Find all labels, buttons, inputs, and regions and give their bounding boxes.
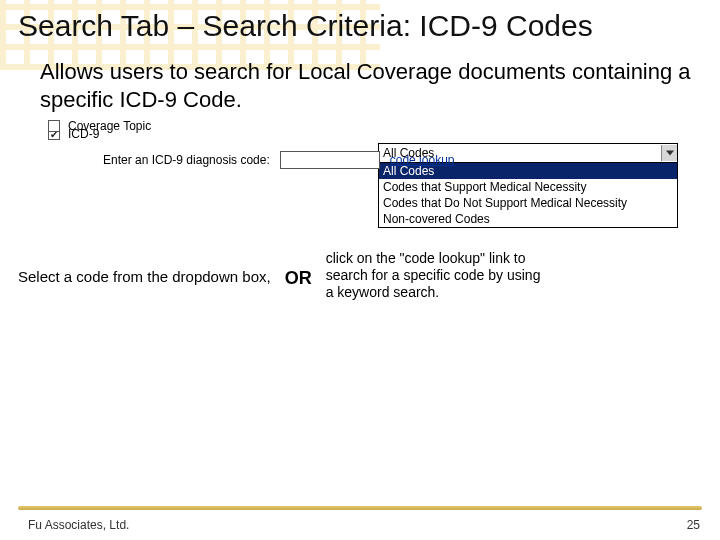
slide: Search Tab – Search Criteria: ICD-9 Code… <box>0 0 720 540</box>
dropdown-item[interactable]: All Codes <box>379 163 677 179</box>
intro-text: Allows users to search for Local Coverag… <box>40 58 702 113</box>
chevron-down-icon[interactable] <box>661 145 677 161</box>
icd9-code-input[interactable] <box>280 151 380 169</box>
callout-left: Select a code from the dropdown box, <box>18 268 271 285</box>
coverage-label: Coverage Topic <box>68 119 151 133</box>
dropdown-item[interactable]: Codes that Support Medical Necessity <box>379 179 677 195</box>
callout-right: click on the "code lookup" link to searc… <box>326 250 546 300</box>
footer-org: Fu Associates, Ltd. <box>28 518 129 532</box>
footer: Fu Associates, Ltd. 25 <box>0 512 720 532</box>
code-type-dropdown[interactable]: All Codes All Codes Codes that Support M… <box>378 143 678 228</box>
dropdown-list: All Codes Codes that Support Medical Nec… <box>379 163 677 227</box>
footer-rule <box>18 506 702 510</box>
page-number: 25 <box>687 518 700 532</box>
page-title: Search Tab – Search Criteria: ICD-9 Code… <box>18 8 702 44</box>
callout-row: Select a code from the dropdown box, OR … <box>18 268 702 300</box>
dropdown-item[interactable]: Non-covered Codes <box>379 211 677 227</box>
enter-code-label: Enter an ICD-9 diagnosis code: <box>103 153 270 167</box>
coverage-checkbox[interactable] <box>48 120 60 132</box>
dropdown-selected-label: All Codes <box>383 146 434 160</box>
coverage-row: Coverage Topic <box>48 119 688 133</box>
dropdown-item[interactable]: Codes that Do Not Support Medical Necess… <box>379 195 677 211</box>
or-label: OR <box>285 268 312 289</box>
screenshot-area: ✔ ICD-9 Enter an ICD-9 diagnosis code: c… <box>48 127 688 228</box>
